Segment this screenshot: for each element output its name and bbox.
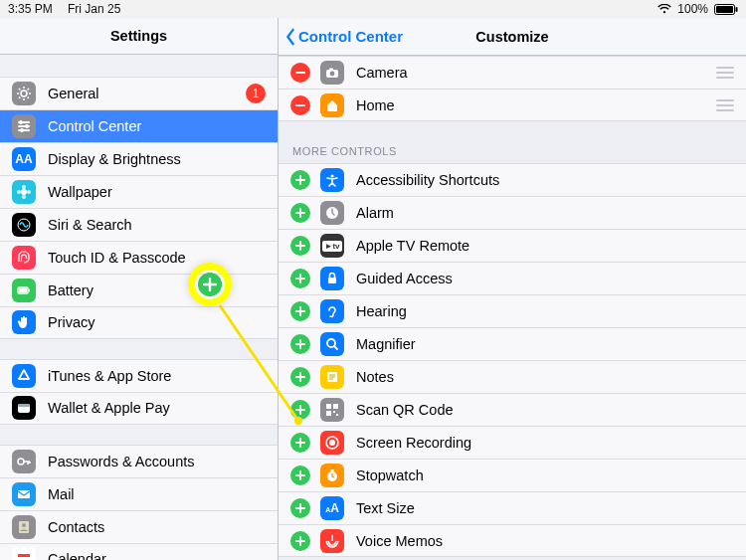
add-button[interactable] <box>290 531 310 551</box>
rec-icon <box>320 431 344 455</box>
add-button[interactable] <box>290 367 310 387</box>
tv-icon: ►tv <box>320 234 344 258</box>
sidebar-item-privacy[interactable]: Privacy <box>0 306 278 339</box>
add-button[interactable] <box>290 203 310 223</box>
sidebar-item-label: Contacts <box>48 519 266 535</box>
sidebar-item-touch-id-passcode[interactable]: Touch ID & Passcode <box>0 241 278 274</box>
control-label: Accessibility Shortcuts <box>356 172 734 188</box>
svg-point-12 <box>22 195 26 199</box>
add-button[interactable] <box>290 433 310 453</box>
notes-icon <box>320 365 344 389</box>
sidebar-item-calendar[interactable]: Calendar <box>0 543 278 560</box>
detail-title: Customize <box>475 29 548 45</box>
control-label: Voice Memos <box>356 533 734 549</box>
svg-point-11 <box>22 185 26 189</box>
sidebar-item-label: Wallet & Apple Pay <box>48 400 266 416</box>
sidebar-item-passwords-accounts[interactable]: Passwords & Accounts <box>0 445 278 477</box>
svg-rect-17 <box>19 288 27 292</box>
add-button[interactable] <box>290 334 310 354</box>
remove-button[interactable] <box>290 63 310 83</box>
sidebar-item-mail[interactable]: Mail <box>0 477 278 510</box>
sliders-icon <box>12 114 36 138</box>
add-button[interactable] <box>290 498 310 518</box>
svg-point-28 <box>330 72 335 77</box>
add-button[interactable] <box>290 466 310 485</box>
svg-rect-39 <box>336 414 338 416</box>
control-label: Home <box>356 97 716 113</box>
sidebar-item-control-center[interactable]: Control Center <box>0 109 278 142</box>
sidebar-item-wallet-apple-pay[interactable]: Wallet & Apple Pay <box>0 392 278 425</box>
control-row-apple-tv-remote: ►tvApple TV Remote <box>279 229 746 262</box>
remove-button[interactable] <box>290 95 310 115</box>
sidebar-item-general[interactable]: General1 <box>0 77 278 109</box>
sidebar-title: Settings <box>0 18 278 55</box>
back-label: Control Center <box>298 28 403 45</box>
control-row-magnifier: Magnifier <box>279 327 746 360</box>
wifi-icon <box>657 4 671 14</box>
AA-icon: AA <box>12 147 36 171</box>
sidebar-item-wallpaper[interactable]: Wallpaper <box>0 175 278 208</box>
sidebar-item-label: Display & Brightness <box>48 151 266 167</box>
detail-scroll[interactable]: CameraHome MORE CONTROLS Accessibility S… <box>279 56 746 557</box>
status-time: 3:35 PM <box>8 2 68 16</box>
add-button[interactable] <box>290 170 310 190</box>
reorder-handle[interactable] <box>716 99 734 111</box>
svg-rect-29 <box>329 69 333 71</box>
add-button[interactable] <box>290 400 310 420</box>
svg-rect-22 <box>18 490 30 498</box>
svg-rect-26 <box>18 554 30 557</box>
control-row-notes: Notes <box>279 360 746 393</box>
svg-point-14 <box>27 190 31 194</box>
sidebar-scroll[interactable]: General1Control CenterAADisplay & Bright… <box>0 55 278 560</box>
calendar-icon <box>12 547 36 560</box>
sidebar-item-label: Control Center <box>48 118 266 134</box>
badge: 1 <box>246 84 266 103</box>
control-row-home: Home <box>279 89 746 121</box>
svg-point-10 <box>21 189 27 195</box>
camera-icon <box>320 61 344 85</box>
svg-rect-43 <box>331 469 334 471</box>
key-icon <box>12 450 36 473</box>
add-button[interactable] <box>290 269 310 288</box>
control-row-text-size: AAText Size <box>279 491 746 524</box>
control-row-voice-memos: Voice Memos <box>279 524 746 557</box>
wallet-icon <box>12 396 36 420</box>
battery-icon <box>12 279 36 302</box>
sidebar-item-itunes-app-store[interactable]: iTunes & App Store <box>0 359 278 392</box>
home-icon <box>320 93 344 117</box>
settings-sidebar: Settings General1Control CenterAADisplay… <box>0 18 279 560</box>
svg-point-24 <box>22 523 26 527</box>
sidebar-item-battery[interactable]: Battery <box>0 274 278 306</box>
detail-pane: Control Center Customize CameraHome MORE… <box>279 18 746 560</box>
control-label: Stopwatch <box>356 467 734 483</box>
control-row-alarm: Alarm <box>279 196 746 229</box>
control-label: Alarm <box>356 205 734 221</box>
sidebar-item-siri-search[interactable]: Siri & Search <box>0 208 278 241</box>
contacts-icon <box>12 515 36 539</box>
sidebar-item-contacts[interactable]: Contacts <box>0 510 278 543</box>
mail-icon <box>12 482 36 506</box>
back-button[interactable]: Control Center <box>284 18 403 55</box>
sidebar-item-label: Wallpaper <box>48 184 266 200</box>
control-row-accessibility-shortcuts: Accessibility Shortcuts <box>279 163 746 196</box>
svg-point-3 <box>21 91 27 96</box>
more-controls-header: MORE CONTROLS <box>279 139 746 163</box>
svg-rect-2 <box>736 7 738 12</box>
sidebar-item-label: Mail <box>48 486 266 502</box>
add-button[interactable] <box>290 236 310 256</box>
control-label: Notes <box>356 369 734 385</box>
sidebar-item-label: Touch ID & Passcode <box>48 250 266 266</box>
add-button[interactable] <box>290 301 310 321</box>
siri-icon <box>12 213 36 237</box>
sidebar-title-label: Settings <box>110 28 167 44</box>
sidebar-item-label: General <box>48 86 246 101</box>
control-label: Hearing <box>356 303 734 319</box>
control-row-guided-access: Guided Access <box>279 262 746 294</box>
ear-icon <box>320 299 344 323</box>
sidebar-item-display-brightness[interactable]: AADisplay & Brightness <box>0 142 278 175</box>
lock-icon <box>320 267 344 290</box>
control-row-scan-qr-code: Scan QR Code <box>279 393 746 426</box>
reorder-handle[interactable] <box>716 67 734 79</box>
svg-rect-37 <box>326 411 331 416</box>
mag-icon <box>320 332 344 356</box>
